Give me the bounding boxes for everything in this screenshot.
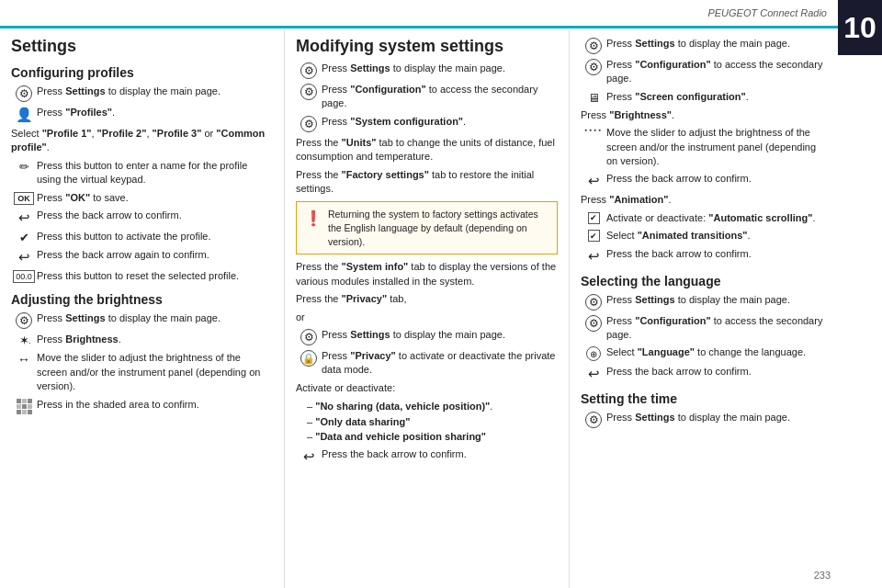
anim-step-2: ✔ Select "Animated transitions".	[581, 229, 827, 243]
profile-step-3: ↩ Press the back arrow to confirm.	[11, 209, 273, 226]
profile-step-4: ✔ Press this button to activate the prof…	[11, 230, 273, 244]
page-number: 233	[814, 570, 831, 581]
main-content: Settings Configuring profiles ⚙ Press Se…	[0, 29, 838, 588]
lang-step-3: ⊕ Select "Language" to change the langua…	[581, 345, 827, 361]
mod-step-1-text: Press Settings to display the main page.	[322, 62, 558, 75]
checkbox-icon-2: ✔	[581, 230, 606, 242]
bright-step-4: Press in the shaded area to confirm.	[11, 398, 273, 414]
check-icon: ✔	[11, 231, 37, 244]
bright-step-3-text: Move the slider to adjust the brightness…	[37, 351, 273, 393]
back-icon-2: ↩	[11, 249, 37, 266]
left-column: Settings Configuring profiles ⚙ Press Se…	[0, 29, 285, 588]
select-profile-text: Select "Profile 1", "Profile 2", "Profil…	[11, 127, 273, 155]
sun-icon: ✶·	[11, 334, 37, 347]
profile-step-1: ✏ Press this button to enter a name for …	[11, 159, 273, 187]
gear-icon-time: ⚙	[581, 412, 606, 428]
right-step-2: ⚙ Press "Configuration" to access the se…	[581, 58, 827, 86]
or-text: or	[296, 311, 558, 324]
gear-icon-r2: ⚙	[581, 59, 606, 75]
lang-step-2: ⚙ Press "Configuration" to access the se…	[581, 314, 827, 343]
bright-step-2-text: Press Brightness.	[37, 333, 273, 346]
profile-icon: 👤	[11, 107, 37, 123]
warning-icon: ❗	[304, 209, 322, 229]
privacy-step-1-text: Press Settings to display the main page.	[322, 328, 558, 342]
gear-icon-lang1: ⚙	[581, 294, 606, 311]
back-icon-priv: ↩	[296, 448, 322, 465]
profile-step-5-text: Press the back arrow again to confirm.	[37, 248, 273, 262]
pencil-icon: ✏	[11, 160, 37, 174]
profile-step-2-text: Press "OK" to save.	[37, 191, 273, 205]
checkbox-icon-1: ✔	[581, 212, 606, 224]
profile-step-6: 00.0 Press this button to reset the sele…	[11, 269, 273, 283]
bright-step-1-text: Press Settings to display the main page.	[37, 311, 273, 325]
subsection-configuring: Configuring profiles	[11, 65, 273, 80]
profile-step-3-text: Press the back arrow to confirm.	[37, 209, 273, 222]
section-title-modifying: Modifying system settings	[296, 37, 558, 56]
bright-step-4-text: Press in the shaded area to confirm.	[37, 398, 273, 412]
privacy-confirm: ↩ Press the back arrow to confirm.	[296, 447, 558, 465]
bullet-3: "Data and vehicle position sharing"	[303, 429, 558, 445]
animation-label: Press "Animation".	[581, 193, 827, 207]
anim-step-3-text: Press the back arrow to confirm.	[606, 247, 827, 261]
bullet-1: "No sharing (data, vehicle position)".	[303, 399, 558, 414]
back-icon-lang: ↩	[581, 366, 606, 382]
anim-step-1-text: Activate or deactivate: "Automatic scrol…	[606, 211, 827, 225]
config-step-2: 👤 Press "Profiles".	[11, 106, 273, 123]
gear-icon-mod2: ⚙	[296, 84, 322, 100]
right-step-1: ⚙ Press Settings to display the main pag…	[581, 37, 827, 54]
warning-box: ❗ Returning the system to factory settin…	[296, 201, 558, 254]
right-step-1-text: Press Settings to display the main page.	[606, 37, 827, 51]
gear-icon-priv1: ⚙	[296, 329, 322, 345]
top-bar: PEUGEOT Connect Radio	[0, 0, 882, 26]
privacy-step-2: 🔒 Press "Privacy" to activate or deactiv…	[296, 349, 558, 378]
right-step-2-text: Press "Configuration" to access the seco…	[606, 58, 827, 86]
accent-line	[0, 26, 838, 28]
right-back-confirm: ↩ Press the back arrow to confirm.	[581, 172, 827, 189]
profile-step-5: ↩ Press the back arrow again to confirm.	[11, 248, 273, 266]
time-step-1-text: Press Settings to display the main page.	[606, 411, 827, 424]
anim-step-3: ↩ Press the back arrow to confirm.	[581, 247, 827, 265]
time-step-1: ⚙ Press Settings to display the main pag…	[581, 411, 827, 428]
right-brightness-label: Press "Brightness".	[581, 108, 827, 122]
profile-step-6-text: Press this button to reset the selected …	[37, 269, 273, 283]
bright-step-2: ✶· Press Brightness.	[11, 333, 273, 347]
section-title-time: Setting the time	[581, 391, 827, 406]
privacy-confirm-text: Press the back arrow to confirm.	[322, 447, 558, 461]
anim-step-2-text: Select "Animated transitions".	[606, 229, 827, 243]
ok-icon: OK	[11, 192, 37, 205]
activate-text: Activate or deactivate:	[296, 381, 558, 395]
right-step-3: 🖥 Press "Screen configuration".	[581, 90, 827, 105]
bullet-2: "Only data sharing"	[303, 414, 558, 430]
mod-step-2-text: Press "Configuration" to access the seco…	[322, 83, 558, 111]
factory-para: Press the "Factory settings" tab to rest…	[296, 168, 558, 197]
profile-step-1-text: Press this button to enter a name for th…	[37, 159, 273, 187]
back-icon-1: ↩	[11, 209, 37, 226]
reset-icon: 00.0	[11, 270, 37, 283]
gear-icon-r1: ⚙	[581, 38, 606, 54]
privacy-step-1: ⚙ Press Settings to display the main pag…	[296, 328, 558, 345]
mod-step-3: ⚙ Press "System configuration".	[296, 115, 558, 132]
lang-step-1: ⚙ Press Settings to display the main pag…	[581, 293, 827, 311]
right-back-confirm-text: Press the back arrow to confirm.	[606, 172, 827, 186]
lang-icon: ⊕	[581, 346, 606, 361]
header-title: PEUGEOT Connect Radio	[707, 7, 827, 18]
bright-step-3: ↔ Move the slider to adjust the brightne…	[11, 351, 273, 393]
grid-icon	[11, 399, 37, 414]
right-brightness-desc: Move the slider to adjust the brightness…	[606, 126, 827, 168]
back-icon-r1: ↩	[581, 173, 606, 189]
section-title-settings: Settings	[11, 37, 273, 56]
right-column: ⚙ Press Settings to display the main pag…	[570, 29, 838, 588]
right-brightness-slider: ●●●● Move the slider to adjust the brigh…	[581, 126, 827, 168]
chapter-number: 10	[838, 0, 882, 55]
slider-icon: ↔	[11, 352, 37, 367]
lock-icon: 🔒	[296, 350, 322, 367]
dots-icon: ●●●●	[581, 127, 606, 132]
gear-icon-mod3: ⚙	[296, 116, 322, 132]
privacy-step-2-text: Press "Privacy" to activate or deactivat…	[322, 349, 558, 378]
lang-step-4-text: Press the back arrow to confirm.	[606, 365, 827, 379]
sysinfo-para: Press the "System info" tab to display t…	[296, 260, 558, 288]
warning-text: Returning the system to factory settings…	[328, 208, 549, 248]
mod-step-2: ⚙ Press "Configuration" to access the se…	[296, 83, 558, 111]
config-step-2-text: Press "Profiles".	[37, 106, 273, 119]
lang-step-4: ↩ Press the back arrow to confirm.	[581, 365, 827, 382]
